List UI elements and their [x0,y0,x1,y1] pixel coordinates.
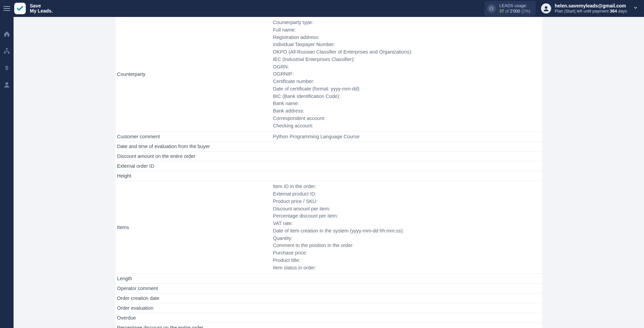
table-row: Customer commentPython Programming Langu… [116,132,542,142]
account-menu[interactable]: helen.savemyleads@gmail.com Plan |Start|… [541,3,638,14]
row-value [273,293,542,303]
brand-text: Save My Leads. [30,3,53,13]
row-value [273,142,542,151]
row-value: Python Programming Language Course [273,132,542,142]
row-label: Order evaluation [116,303,273,313]
topbar-right: LEADS usage: 37 of 2'000 (2%) helen.save… [484,1,638,16]
leads-total: 2'000 [510,9,520,14]
leads-pct: (2%) [521,9,530,14]
row-value [273,284,542,293]
row-value [273,323,542,328]
plan-days: 364 [610,9,617,14]
leads-usage-badge[interactable]: LEADS usage: 37 of 2'000 (2%) [484,1,536,16]
row-label: Overdue [116,313,273,323]
plan-days-suffix: days [617,9,627,14]
svg-point-9 [5,82,8,85]
content-area: CounterpartyCounterparty type:Full name:… [14,17,644,328]
svg-text:$: $ [5,65,8,71]
row-value [273,274,542,284]
row-value: Item ID in the order:External product ID… [273,181,542,274]
dollar-icon[interactable]: $ [3,64,11,72]
row-label: Customer comment [116,132,273,142]
user-icon[interactable] [3,81,11,89]
row-value [273,171,542,181]
home-icon[interactable] [3,30,11,38]
row-label: Percentage discount on the entire order [116,323,273,328]
row-label: Counterparty [116,17,273,132]
sidebar: $ [0,17,14,328]
logo[interactable] [14,3,26,14]
svg-rect-7 [8,52,9,54]
chevron-down-icon [633,5,638,11]
avatar-icon [541,3,551,14]
row-value [273,151,542,161]
row-label: Date and time of evaluation from the buy… [116,142,273,151]
svg-point-4 [545,6,547,9]
table-row: Discount amount on the entire order [116,151,542,161]
plan-prefix: Plan |Start| left until payment [555,9,610,14]
table-row: Order evaluation [116,303,542,313]
leads-usage-text: LEADS usage: 37 of 2'000 (2%) [499,3,530,14]
row-label: Discount amount on the entire order [116,151,273,161]
svg-point-1 [491,7,492,8]
row-value [273,303,542,313]
leads-count: 37 [499,9,504,14]
table-row: Percentage discount on the entire order [116,323,542,328]
topbar: Save My Leads. LEADS usage: 37 of 2'000 … [0,0,644,17]
hamburger-menu-icon[interactable] [3,6,10,11]
svg-rect-2 [491,8,492,10]
row-value [273,161,542,171]
row-label: Operator comment [116,284,273,293]
row-value [273,313,542,323]
svg-rect-6 [4,52,6,54]
table-row: CounterpartyCounterparty type:Full name:… [116,17,542,132]
details-table: CounterpartyCounterparty type:Full name:… [116,17,542,328]
account-plan-line: Plan |Start| left until payment 364 days [555,9,627,14]
table-row: Height [116,171,542,181]
account-text: helen.savemyleads@gmail.com Plan |Start|… [555,3,627,14]
row-label: Order creation date [116,293,273,303]
row-label: Length [116,274,273,284]
table-row: Overdue [116,313,542,323]
table-row: ItemsItem ID in the order:External produ… [116,181,542,274]
table-row: Order creation date [116,293,542,303]
row-label: External order ID [116,161,273,171]
leads-usage-title: LEADS usage: [499,3,530,8]
account-email: helen.savemyleads@gmail.com [555,3,627,9]
row-label: Items [116,181,273,274]
topbar-left: Save My Leads. [3,3,53,14]
brand-line1: Save [30,3,41,8]
info-icon [487,4,496,13]
table-row: Operator comment [116,284,542,293]
table-row: Date and time of evaluation from the buy… [116,142,542,151]
brand-line2: My Leads. [30,8,53,14]
details-card: CounterpartyCounterparty type:Full name:… [116,17,542,328]
row-label: Height [116,171,273,181]
svg-rect-5 [6,48,8,49]
table-row: External order ID [116,161,542,171]
leads-of: of [505,9,508,14]
check-icon [16,5,24,12]
row-value: Counterparty type:Full name:Registration… [273,17,542,132]
sitemap-icon[interactable] [3,47,11,55]
table-row: Length [116,274,542,284]
